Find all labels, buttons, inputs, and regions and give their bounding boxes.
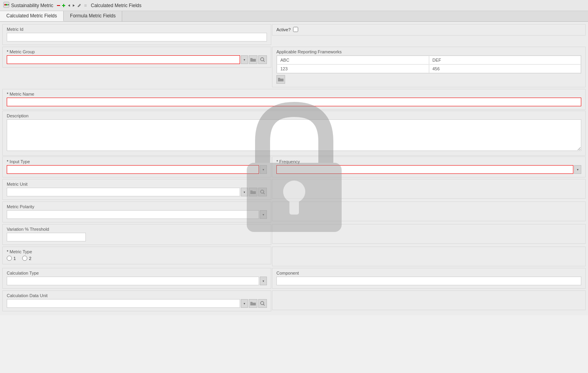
calculation-type-dropdown-btn[interactable]: ▾ [260,277,267,285]
variation-label: Variation % Threshold [7,227,267,232]
calculation-type-block: Calculation Type ▾ [2,268,271,289]
frameworks-folder-btn[interactable] [276,75,285,84]
metric-name-block: Metric Name [2,89,586,110]
metric-id-input[interactable] [7,33,267,41]
wrench-icon [77,4,81,8]
main-content: Metric Id Active? Metric Group ▾ [0,22,588,315]
minus-icon [57,4,61,8]
calculation-data-unit-input[interactable] [7,299,240,308]
frameworks-block: Applicable Reporting Frameworks ABC DEF … [272,47,586,87]
component-block: Component [272,268,586,289]
frameworks-grid: ABC DEF 123 456 [276,55,581,73]
row-metric-polarity: Metric Polarity ▾ [2,202,586,223]
row-metric-unit: Metric Unit ▾ [2,179,586,201]
component-label: Component [276,271,581,275]
svg-rect-5 [57,5,60,6]
calculation-data-unit-folder-btn[interactable] [249,299,257,308]
metric-name-input[interactable] [7,98,581,106]
col-right-empty-9 [272,247,586,267]
metric-unit-dropdown-btn[interactable]: ▾ [241,188,248,196]
frequency-dropdown-btn[interactable]: ▾ [574,165,581,174]
description-textarea[interactable] [7,119,581,151]
metric-group-label: Metric Group [7,49,267,54]
calculation-data-unit-dropdown-btn[interactable]: ▾ [241,299,248,308]
fw-abc: ABC [277,56,429,64]
col-metric-type: Metric Type 1 2 [2,247,271,267]
row-metric-id: Metric Id Active? [2,24,586,46]
metric-name-label: Metric Name [7,92,581,96]
active-block: Active? [272,24,586,36]
col-variation: Variation % Threshold [2,224,271,246]
metric-polarity-block: Metric Polarity ▾ [2,202,271,222]
metric-polarity-input[interactable] [7,210,259,219]
svg-marker-8 [68,4,70,7]
col-right-empty-7 [272,202,586,223]
col-right-empty-8 [272,224,586,246]
component-input[interactable] [276,277,581,285]
metric-unit-folder-btn[interactable] [249,188,257,196]
folder-icon-fw [278,77,284,82]
active-checkbox-row: Active? [276,27,581,32]
metric-type-block: Metric Type 1 2 [2,247,271,264]
calculation-data-unit-block: Calculation Data Unit ▾ [2,290,271,311]
metric-polarity-controls: ▾ [7,210,267,219]
metric-group-folder-btn[interactable] [249,55,257,64]
active-checkbox[interactable] [293,27,298,32]
svg-line-16 [263,193,265,194]
active-label: Active? [276,27,291,32]
frequency-input[interactable] [276,165,573,174]
input-type-dropdown-btn[interactable]: ▾ [260,165,267,174]
empty-right-6 [272,179,586,199]
title-separator: = [84,3,87,8]
arrow-left-icon [67,4,71,8]
metric-type-label: Metric Type [7,249,267,254]
calculation-type-controls: ▾ [7,277,267,285]
row-metric-type: Metric Type 1 2 [2,247,586,267]
search-icon [260,57,265,62]
arrow-right-icon [72,4,76,8]
metric-unit-input[interactable] [7,188,240,196]
row-variation: Variation % Threshold [2,224,586,246]
metric-group-input[interactable] [7,55,240,64]
metric-type-option-1[interactable]: 1 [7,256,16,261]
variation-input[interactable] [7,233,86,241]
empty-right-7 [272,202,586,221]
tab-formula[interactable]: Formula Metric Fields [64,11,122,21]
frequency-label: Frequency [276,159,581,164]
folder-icon [250,57,256,62]
col-frameworks: Applicable Reporting Frameworks ABC DEF … [272,47,586,88]
metric-type-radio-group: 1 2 [7,256,267,261]
col-metric-polarity: Metric Polarity ▾ [2,202,271,223]
description-block: Description [2,111,586,156]
svg-marker-9 [73,4,75,7]
metric-type-radio-1[interactable] [7,256,12,261]
input-type-input[interactable] [7,165,259,174]
metric-type-radio-2[interactable] [22,256,27,261]
calculation-type-label: Calculation Type [7,271,267,275]
calculation-data-unit-search-btn[interactable] [258,299,267,308]
col-metric-group: Metric Group ▾ [2,47,271,88]
metric-polarity-dropdown-btn[interactable]: ▾ [260,210,267,219]
svg-point-2 [6,4,8,6]
plus-icon [62,4,66,8]
metric-unit-block: Metric Unit ▾ [2,179,271,200]
metric-id-label: Metric Id [7,27,267,32]
metric-type-option-2[interactable]: 2 [22,256,31,261]
col-metric-unit: Metric Unit ▾ [2,179,271,201]
search-icon-mu [260,190,265,194]
metric-group-dropdown-btn[interactable]: ▾ [241,55,248,64]
metric-unit-controls: ▾ [7,188,267,196]
metric-unit-search-btn[interactable] [258,188,267,196]
calculation-type-input[interactable] [7,277,259,285]
tab-calculated[interactable]: Calculated Metric Fields [0,11,64,21]
input-type-controls: ▾ [7,165,267,174]
row-calculation-type: Calculation Type ▾ Component [2,268,586,290]
fw-456: 456 [429,64,581,73]
col-frequency: Frequency ▾ [272,156,586,178]
frameworks-label: Applicable Reporting Frameworks [276,49,581,54]
row-calculation-data-unit: Calculation Data Unit ▾ [2,290,586,312]
svg-line-14 [263,60,265,62]
metric-group-search-btn[interactable] [258,55,267,64]
metric-group-controls: ▾ [7,55,267,64]
col-calculation-type: Calculation Type ▾ [2,268,271,290]
